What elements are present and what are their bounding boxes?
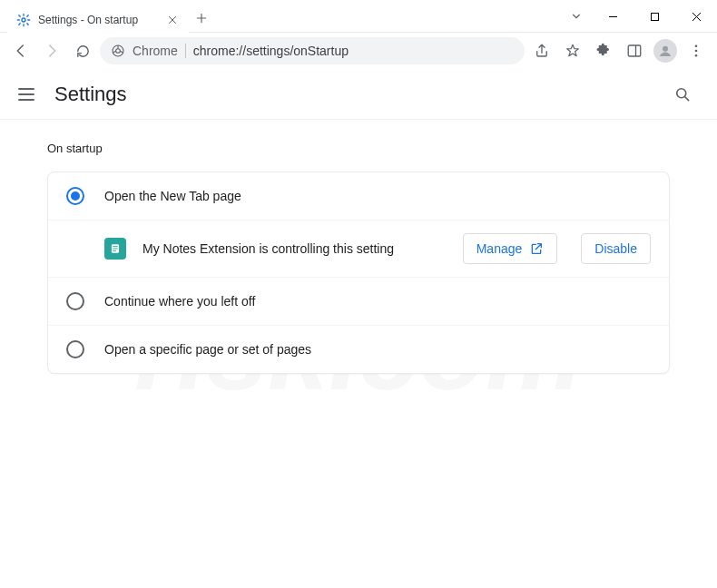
option-specific-label: Open a specific page or set of pages: [104, 342, 311, 357]
svg-point-6: [695, 44, 698, 47]
svg-rect-1: [651, 13, 658, 20]
forward-button[interactable]: [38, 37, 65, 64]
new-tab-button[interactable]: [189, 4, 214, 32]
svg-point-7: [695, 50, 698, 53]
option-new-tab-label: Open the New Tab page: [104, 189, 241, 203]
launch-external-icon: [529, 241, 544, 256]
close-window-button[interactable]: [675, 0, 717, 33]
tabs-dropdown-icon[interactable]: [561, 0, 592, 32]
extensions-puzzle-icon[interactable]: [590, 37, 617, 64]
reload-button[interactable]: [69, 37, 96, 64]
close-tab-icon[interactable]: [165, 13, 180, 27]
svg-point-3: [116, 49, 121, 54]
svg-point-5: [663, 46, 668, 52]
extension-controlling-notice: My Notes Extension is controlling this s…: [48, 220, 669, 277]
section-label: On startup: [47, 142, 670, 155]
disable-button-label: Disable: [594, 241, 637, 256]
extension-notice-text: My Notes Extension is controlling this s…: [142, 241, 447, 256]
radio-unselected-icon: [66, 340, 84, 358]
settings-gear-icon: [16, 13, 31, 27]
omnibox-divider: [185, 44, 186, 58]
manage-button-label: Manage: [476, 241, 523, 256]
svg-rect-4: [628, 45, 641, 56]
maximize-button[interactable]: [634, 0, 675, 33]
manage-button[interactable]: Manage: [463, 233, 558, 264]
omnibox-url: chrome://settings/onStartup: [193, 44, 514, 58]
option-new-tab[interactable]: Open the New Tab page: [48, 172, 669, 220]
back-button[interactable]: [7, 37, 34, 64]
window-titlebar: Settings - On startup: [0, 0, 717, 33]
omnibox-chip: Chrome: [133, 44, 178, 58]
share-icon[interactable]: [528, 37, 555, 64]
settings-content: On startup Open the New Tab page My Note…: [0, 120, 717, 396]
radio-selected-icon: [66, 187, 84, 205]
search-icon[interactable]: [666, 78, 699, 111]
profile-avatar[interactable]: [652, 37, 679, 64]
chrome-logo-icon: [111, 44, 125, 58]
option-continue-label: Continue where you left off: [104, 294, 255, 309]
option-specific[interactable]: Open a specific page or set of pages: [48, 325, 669, 373]
startup-options-card: Open the New Tab page My Notes Extension…: [47, 172, 670, 374]
sidepanel-icon[interactable]: [621, 37, 648, 64]
page-title: Settings: [54, 83, 127, 106]
bookmark-star-icon[interactable]: [559, 37, 586, 64]
disable-button[interactable]: Disable: [581, 233, 651, 264]
svg-point-8: [695, 54, 698, 57]
settings-header: Settings: [0, 69, 717, 120]
kebab-menu-icon[interactable]: [683, 37, 710, 64]
address-bar[interactable]: Chrome chrome://settings/onStartup: [100, 37, 525, 64]
tab-title: Settings - On startup: [38, 14, 158, 26]
extension-app-icon: [104, 238, 126, 260]
minimize-button[interactable]: [592, 0, 634, 33]
menu-hamburger-icon[interactable]: [18, 84, 38, 104]
radio-unselected-icon: [66, 292, 84, 310]
browser-tab[interactable]: Settings - On startup: [7, 4, 189, 36]
window-controls: [592, 0, 717, 32]
option-continue[interactable]: Continue where you left off: [48, 277, 669, 325]
svg-point-0: [22, 18, 25, 22]
browser-toolbar: Chrome chrome://settings/onStartup: [0, 33, 717, 69]
